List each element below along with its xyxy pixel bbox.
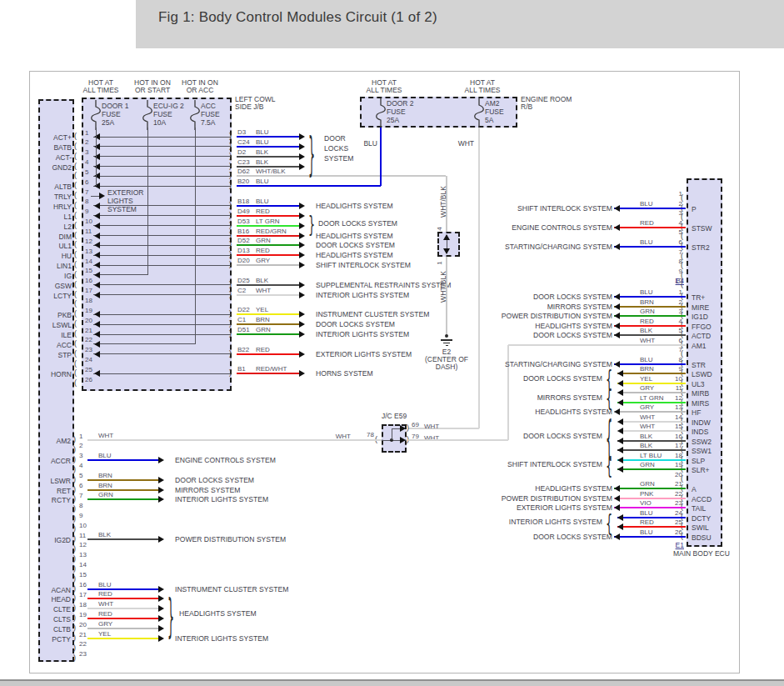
pin-number: 21 (666, 480, 682, 488)
system-label: INSTRUMENT CLUSTER SYSTEM (316, 310, 429, 318)
wire-color-label: BLU (256, 138, 269, 146)
wire (87, 479, 158, 481)
arrowhead-icon (617, 428, 623, 434)
fuse-label: 25A (387, 116, 399, 124)
wire-color-label: BRN (640, 365, 654, 373)
system-label: HEADLIGHTS SYSTEM (316, 202, 393, 210)
wire-code: D62 (237, 168, 250, 175)
system-label: HEADLIGHTS SYSTEM (316, 251, 393, 259)
wire-color-label: YEL (98, 630, 111, 638)
pin-number: 15 (85, 267, 92, 274)
wire-color-label: RED (256, 208, 270, 215)
arrowhead-icon (617, 447, 623, 453)
pin-label: TRLY (39, 193, 72, 201)
system-label: HEADLIGHTS SYSTEM (421, 408, 612, 416)
wire-color-label: LT GRN (640, 394, 664, 402)
arrowhead-icon (94, 282, 100, 288)
arrowhead-icon (299, 321, 305, 328)
pin-number: 21 (85, 327, 92, 334)
system-label: STARTING/CHARGING SYSTEM (421, 360, 612, 368)
pin-number: 10 (79, 522, 87, 529)
wire-code: B20 (237, 178, 249, 185)
wire (237, 313, 299, 315)
arrowhead-icon (299, 143, 305, 150)
system-label: POWER DISTRIBUTION SYSTEM (421, 494, 612, 503)
brace: { (606, 512, 612, 536)
pin-bracket: ( (74, 153, 77, 160)
wire (237, 264, 299, 266)
pin-number: 1 (85, 129, 88, 137)
wire (478, 128, 480, 428)
jb-exit-bracket: ) (229, 163, 232, 170)
pin-bracket: ( (74, 320, 77, 328)
wire-color-label: WHT/BLK (256, 168, 286, 175)
fuse-label: ECU-IG 2 (153, 102, 184, 110)
pin-label: SLR+ (692, 466, 710, 474)
arrowhead-icon (614, 332, 620, 338)
pin-number: 18 (666, 452, 682, 459)
wire-color-label: YEL (256, 306, 268, 313)
wire (93, 314, 231, 315)
bottom-band (0, 681, 784, 686)
arrowhead-icon (617, 380, 623, 387)
wire-code: D25 (237, 277, 250, 284)
system-label: ENGINE CONTROLS SYSTEM (421, 223, 612, 232)
arrowhead-icon (617, 466, 623, 473)
wire (392, 428, 392, 440)
arrowhead-icon (99, 193, 105, 199)
pin-bracket: ( (74, 192, 77, 199)
wire (195, 128, 196, 344)
pin-label: BDSU (692, 533, 712, 542)
wire-color-label: GRN (256, 326, 271, 333)
jb-exit-bracket: ) (229, 330, 232, 338)
pin-label: RET (39, 487, 71, 495)
wire-code: D2 (237, 148, 246, 156)
wire-color-label: WHT (640, 423, 655, 430)
pin-bracket: ) (73, 654, 76, 662)
wire-code: D20 (237, 257, 250, 264)
arrowhead-icon (614, 504, 620, 511)
jb-exit-bracket: ) (229, 310, 232, 318)
wire-code: D52 (237, 237, 250, 244)
wire-color-label-vertical: WHT/BLK (439, 186, 447, 218)
feed-color-label: WHT (441, 139, 474, 148)
wire (87, 538, 158, 540)
arrowhead-icon (94, 370, 100, 377)
arrowhead-icon (617, 370, 623, 377)
system-label: STARTING/CHARGING SYSTEM (421, 243, 612, 251)
pin-bracket: ) (73, 634, 76, 642)
pin-bracket: ) (73, 624, 76, 632)
wire-color-label: BLU (98, 581, 112, 588)
arrowhead-icon (94, 272, 100, 278)
wire-color-label: RED/GRN (256, 228, 287, 235)
wire-code: D3 (237, 128, 246, 136)
pin-bracket: ) (73, 555, 76, 563)
system-label: INTERIOR LIGHTS SYSTEM (175, 634, 268, 643)
pin-bracket: ) (73, 535, 76, 543)
pin-bracket: ( (74, 369, 77, 377)
system-label: DOOR LOCKS SYSTEM (411, 432, 602, 440)
pin-bracket: ( (74, 172, 77, 179)
arrowhead-icon (94, 341, 100, 348)
system-label: DOOR LOCKS SYSTEM (421, 293, 612, 301)
pin-number: 11 (79, 532, 86, 539)
pin-number: 20 (79, 621, 87, 628)
pin-bracket: ) (73, 585, 76, 593)
wire-code: D53 (237, 218, 250, 225)
system-label: INTERIOR LIGHTS SYSTEM (316, 330, 409, 338)
arrowhead-icon (94, 262, 100, 268)
pin-number: 24 (85, 356, 92, 363)
pin-bracket: ( (74, 340, 77, 348)
pin-number: 15 (666, 423, 682, 430)
pin-label: TR+ (692, 293, 705, 302)
arrowhead-icon (299, 242, 305, 248)
wire (237, 175, 446, 177)
brace: } (308, 133, 315, 178)
wire-color-label: LT BLU (640, 452, 662, 459)
arrowhead-icon (158, 477, 164, 483)
pin-number: 13 (85, 248, 92, 255)
pin-number: 6 (666, 337, 682, 344)
pin-label: INDS (692, 428, 708, 436)
system-label: HEADLIGHTS SYSTEM (421, 322, 612, 330)
system-label: HEADLIGHTS SYSTEM (179, 609, 257, 618)
